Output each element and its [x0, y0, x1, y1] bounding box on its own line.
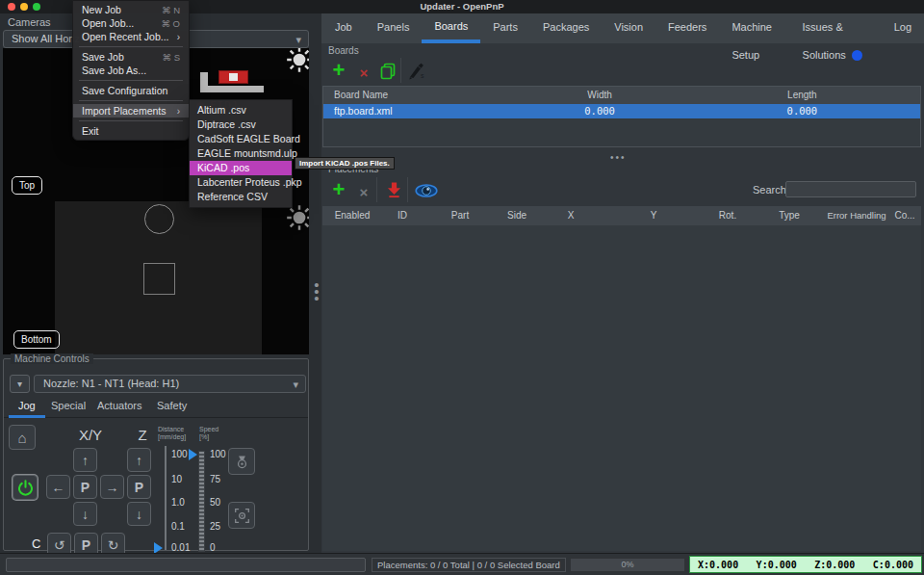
- main-tab-bar: Job Panels Boards Parts Packages Vision …: [321, 13, 924, 43]
- menu-item-open-recent-job[interactable]: Open Recent Job...›: [73, 30, 189, 43]
- menu-item-new-job[interactable]: New Job⌘ N: [73, 3, 189, 16]
- tab-feeders[interactable]: Feeders: [655, 13, 719, 43]
- menu-item-save-job-as[interactable]: Save Job As...: [73, 64, 189, 77]
- show-hide-placements-button[interactable]: [414, 180, 439, 201]
- submenu-item-diptrace-csv[interactable]: Diptrace .csv: [190, 118, 292, 132]
- distance-tick: 0.1: [171, 521, 185, 532]
- jog-y-plus-button[interactable]: ↑: [73, 448, 97, 472]
- submenu-item-kicad-pos[interactable]: KiCAD .pos: [190, 161, 292, 175]
- jog-x-minus-button[interactable]: ←: [46, 475, 70, 499]
- submenu-item-eagle-mountsmd-ulp[interactable]: EAGLE mountsmd.ulp: [190, 146, 292, 161]
- tab-special[interactable]: Special: [51, 400, 86, 411]
- column-side[interactable]: Side: [498, 206, 536, 225]
- menu-item-import-placements[interactable]: Import Placements›: [73, 104, 189, 118]
- set-fiducials-button[interactable]: s: [407, 61, 428, 82]
- board-name-cell: ftp.board.xml: [323, 104, 515, 118]
- panel-splitter-handle[interactable]: •••: [313, 281, 321, 301]
- column-comments[interactable]: Co...: [888, 206, 921, 225]
- collapse-controls-button[interactable]: ▾: [10, 375, 30, 393]
- power-button[interactable]: [13, 475, 38, 500]
- column-error-handling[interactable]: Error Handling: [825, 206, 888, 225]
- home-button[interactable]: ⌂: [9, 425, 36, 450]
- speed-tick: 75: [210, 474, 220, 484]
- speed-tick: 50: [210, 497, 220, 508]
- column-id[interactable]: ID: [382, 206, 423, 225]
- submenu-item-altium-csv[interactable]: Altium .csv: [190, 103, 292, 118]
- menu-separator: [79, 80, 183, 81]
- jog-y-minus-button[interactable]: ↓: [73, 502, 97, 526]
- fiducial-pen-icon: s: [408, 63, 427, 80]
- column-rot[interactable]: Rot.: [702, 206, 754, 225]
- tab-packages[interactable]: Packages: [530, 13, 602, 43]
- plus-icon: +: [333, 61, 346, 80]
- tab-jog[interactable]: Jog: [18, 400, 36, 411]
- tab-vision[interactable]: Vision: [602, 13, 655, 43]
- tab-log[interactable]: Log: [882, 13, 924, 43]
- jog-x-plus-button[interactable]: →: [100, 475, 124, 499]
- distance-tick: 100: [171, 449, 188, 459]
- nozzle-selector-dropdown[interactable]: Nozzle: N1 - NT1 (Head: H1) ▾: [34, 375, 306, 393]
- tab-machine-setup[interactable]: Machine Setup: [719, 13, 789, 43]
- column-enabled[interactable]: Enabled: [322, 206, 382, 225]
- placements-table-empty-area[interactable]: [322, 225, 921, 551]
- column-type[interactable]: Type: [754, 206, 825, 225]
- submenu-item-reference-csv[interactable]: Reference CSV: [190, 190, 292, 204]
- tab-issues-solutions[interactable]: Issues & Solutions: [790, 13, 882, 43]
- progress-bar: 0%: [570, 558, 685, 572]
- menu-item-save-configuration[interactable]: Save Configuration: [73, 84, 189, 97]
- controls-tab-bar: Jog Special Actuators Safety: [4, 398, 308, 418]
- board-row-selected[interactable]: ftp.board.xml 0.000 0.000: [323, 104, 920, 118]
- add-board-button[interactable]: +: [328, 60, 349, 81]
- remove-board-button[interactable]: ×: [353, 62, 374, 83]
- copy-board-button[interactable]: [377, 61, 398, 82]
- submenu-arrow-icon: ›: [177, 106, 180, 117]
- brightness-sun-icon: [286, 48, 309, 73]
- distance-label: Distance [mm/deg]: [158, 426, 186, 441]
- add-placement-button[interactable]: +: [328, 179, 349, 200]
- speed-tick: 25: [210, 521, 220, 532]
- menu-item-save-job[interactable]: Save Job⌘ S: [73, 50, 189, 64]
- boards-table-empty-area[interactable]: [323, 118, 920, 146]
- dro-c: C:0.000: [873, 560, 913, 570]
- boards-group-title: Boards: [328, 45, 359, 56]
- tab-actuators[interactable]: Actuators: [97, 400, 141, 411]
- move-camera-to-location-button[interactable]: [228, 502, 255, 529]
- tab-parts[interactable]: Parts: [480, 13, 530, 43]
- tab-boards[interactable]: Boards: [422, 13, 480, 43]
- tab-job[interactable]: Job: [322, 13, 365, 43]
- import-placements-button[interactable]: [383, 179, 404, 200]
- column-x[interactable]: X: [536, 206, 605, 225]
- column-width[interactable]: Width: [515, 87, 683, 104]
- speed-slider-handle[interactable]: [189, 449, 197, 460]
- menu-separator: [79, 100, 183, 101]
- main-panel: Job Panels Boards Parts Packages Vision …: [321, 13, 924, 553]
- jog-z-minus-button[interactable]: ↓: [127, 502, 151, 526]
- search-input[interactable]: [785, 181, 916, 197]
- column-board-name[interactable]: Board Name: [323, 87, 515, 104]
- remove-placement-button[interactable]: ×: [353, 181, 374, 202]
- tab-safety[interactable]: Safety: [157, 400, 187, 411]
- menu-item-exit[interactable]: Exit: [73, 124, 189, 138]
- status-bar: Placements: 0 / 0 Total | 0 / 0 Selected…: [0, 553, 924, 575]
- horizontal-splitter-handle[interactable]: •••: [610, 152, 627, 163]
- submenu-item-labcenter-proteus-pkp[interactable]: Labcenter Proteus .pkp: [190, 175, 292, 190]
- column-part[interactable]: Part: [423, 206, 498, 225]
- boards-table: Board Name Width Length ftp.board.xml 0.…: [322, 86, 921, 147]
- submenu-item-cadsoft-eagle-board[interactable]: CadSoft EAGLE Board: [190, 132, 292, 146]
- distance-slider[interactable]: [165, 446, 167, 550]
- camera-view-bottom[interactable]: Bottom: [3, 201, 309, 354]
- nozzle-selector-value: Nozzle: N1 - NT1 (Head: H1): [43, 378, 179, 389]
- jog-z-plus-button[interactable]: ↑: [127, 448, 151, 472]
- distance-tick: 10: [171, 474, 182, 484]
- speed-tick: 0: [210, 542, 216, 553]
- z-park-button[interactable]: P: [127, 475, 151, 499]
- speed-slider[interactable]: [198, 451, 205, 552]
- component-graphic: [218, 70, 248, 84]
- speed-tick: 100: [210, 449, 226, 459]
- menu-item-open-job[interactable]: Open Job...⌘ O: [73, 16, 189, 30]
- column-y[interactable]: Y: [605, 206, 702, 225]
- xy-park-button[interactable]: P: [73, 475, 97, 499]
- column-length[interactable]: Length: [684, 87, 920, 104]
- tab-panels[interactable]: Panels: [365, 13, 423, 43]
- park-all-button[interactable]: [228, 448, 255, 475]
